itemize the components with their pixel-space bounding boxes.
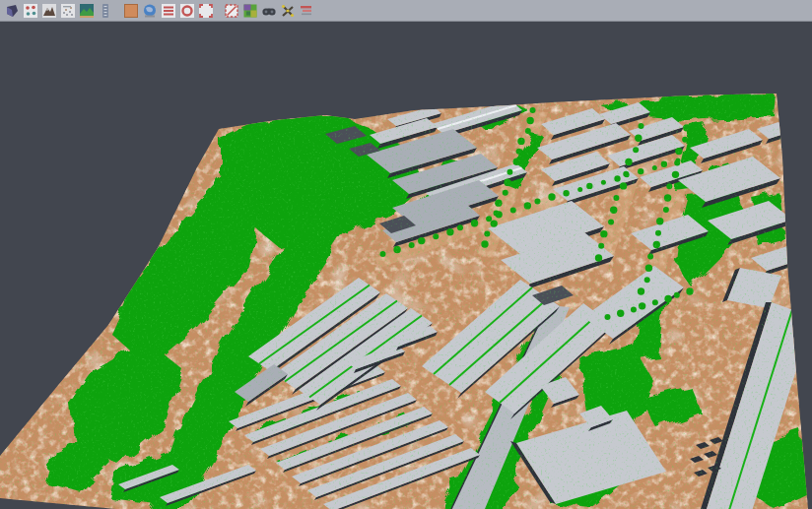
toolbar-group-2: [121, 1, 215, 20]
render-canvas: [0, 0, 812, 509]
measure-flag-button[interactable]: [278, 1, 297, 20]
toolbar-group-3: [222, 1, 315, 20]
section-tool-icon: [299, 3, 314, 19]
clip-region-button[interactable]: [222, 1, 240, 20]
terrain-view-icon: [79, 3, 95, 19]
zoom-extents-button[interactable]: [196, 1, 215, 20]
toolbar-separator: [215, 2, 222, 20]
classification-view-button[interactable]: [240, 1, 259, 20]
terrain-view-button[interactable]: [77, 1, 96, 20]
tin-surface-icon: [41, 3, 57, 19]
tin-surface-button[interactable]: [39, 1, 58, 20]
toolbar-separator: [114, 2, 121, 20]
globe-icon: [142, 3, 158, 19]
classification-view-icon: [242, 3, 258, 19]
clip-region-icon: [224, 3, 239, 19]
ortho-image-button[interactable]: [121, 1, 140, 20]
point-pairs-button[interactable]: [21, 1, 39, 20]
ruler-icon: [98, 3, 113, 19]
globe-button[interactable]: [140, 1, 159, 20]
section-tool-button[interactable]: [297, 1, 315, 20]
profile-lines-icon: [161, 3, 176, 19]
target-circle-icon: [179, 3, 195, 19]
ortho-image-icon: [123, 3, 139, 19]
point-pairs-icon: [23, 3, 38, 19]
prism-tool-icon: [4, 3, 20, 19]
profile-lines-button[interactable]: [159, 1, 177, 20]
stereo-view-button[interactable]: [259, 1, 278, 20]
point-cloud-icon: [60, 3, 76, 19]
stereo-view-icon: [261, 3, 277, 19]
prism-tool-button[interactable]: [2, 1, 21, 20]
toolbar-group-1: [2, 1, 114, 20]
target-circle-button[interactable]: [177, 1, 196, 20]
ruler-button[interactable]: [96, 1, 114, 20]
point-cloud-button[interactable]: [58, 1, 77, 20]
zoom-extents-icon: [198, 3, 214, 19]
viewport-3d[interactable]: [0, 0, 812, 509]
main-toolbar: [0, 0, 812, 22]
pointcloud-viewer-window: { "window": { "colors": { "canvas_bg": "…: [0, 0, 812, 509]
measure-flag-icon: [280, 3, 296, 19]
